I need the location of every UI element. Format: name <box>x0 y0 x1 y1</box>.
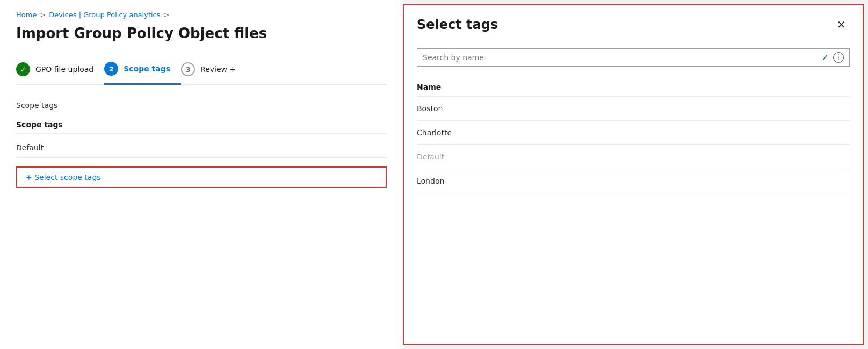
breadcrumb-home[interactable]: Home <box>16 11 37 19</box>
tag-name: Charlotte <box>417 128 452 137</box>
select-scope-tags-button[interactable]: + Select scope tags <box>26 173 101 181</box>
page-title: Import Group Policy Object files <box>16 25 387 41</box>
close-button[interactable]: ✕ <box>833 16 850 33</box>
left-panel: Home > Devices | Group Policy analytics … <box>0 0 403 349</box>
breadcrumb-devices[interactable]: Devices | Group Policy analytics <box>49 11 160 19</box>
table-row[interactable]: London <box>417 169 850 193</box>
scope-tags-section-title: Scope tags <box>16 120 387 134</box>
tags-rows: BostonCharlotteDefaultLondon <box>417 97 850 193</box>
steps-nav: ✓ GPO file upload 2 Scope tags 3 Review … <box>16 56 387 85</box>
breadcrumb-sep1: > <box>40 11 46 19</box>
tags-table: Name BostonCharlotteDefaultLondon <box>404 75 863 344</box>
step1-circle: ✓ <box>16 62 30 76</box>
search-input[interactable] <box>423 53 818 62</box>
step2-label: Scope tags <box>124 64 170 73</box>
table-row[interactable]: Default <box>417 145 850 169</box>
default-tag-row: Default <box>16 138 387 158</box>
right-panel: Select tags ✕ ✓ i Name BostonCharlotteDe… <box>403 0 868 349</box>
search-icons: ✓ i <box>822 52 844 63</box>
step-gpo-upload[interactable]: ✓ GPO file upload <box>16 57 104 84</box>
search-input-wrapper: ✓ i <box>417 48 850 67</box>
table-header: Name <box>417 75 850 97</box>
select-tags-panel: Select tags ✕ ✓ i Name BostonCharlotteDe… <box>403 4 864 345</box>
tag-name: London <box>417 177 444 185</box>
table-row[interactable]: Boston <box>417 97 850 121</box>
step-scope-tags[interactable]: 2 Scope tags <box>104 56 181 85</box>
step1-label: GPO file upload <box>35 65 93 74</box>
scope-tags-content-label: Scope tags <box>16 101 387 110</box>
panel-title: Select tags <box>417 17 498 32</box>
step2-circle: 2 <box>104 62 118 76</box>
info-icon[interactable]: i <box>833 52 844 63</box>
breadcrumb: Home > Devices | Group Policy analytics … <box>16 11 387 19</box>
table-header-name: Name <box>417 83 441 91</box>
check-icon: ✓ <box>822 53 829 63</box>
step3-circle: 3 <box>181 62 195 76</box>
step-review[interactable]: 3 Review + <box>181 57 247 84</box>
table-row[interactable]: Charlotte <box>417 121 850 145</box>
tag-name: Default <box>417 152 444 161</box>
panel-header: Select tags ✕ <box>404 5 863 42</box>
step3-label: Review + <box>200 65 236 74</box>
search-area: ✓ i <box>404 42 863 75</box>
breadcrumb-sep2: > <box>164 11 170 19</box>
tag-name: Boston <box>417 104 443 113</box>
select-scope-tags-wrapper: + Select scope tags <box>16 166 387 188</box>
